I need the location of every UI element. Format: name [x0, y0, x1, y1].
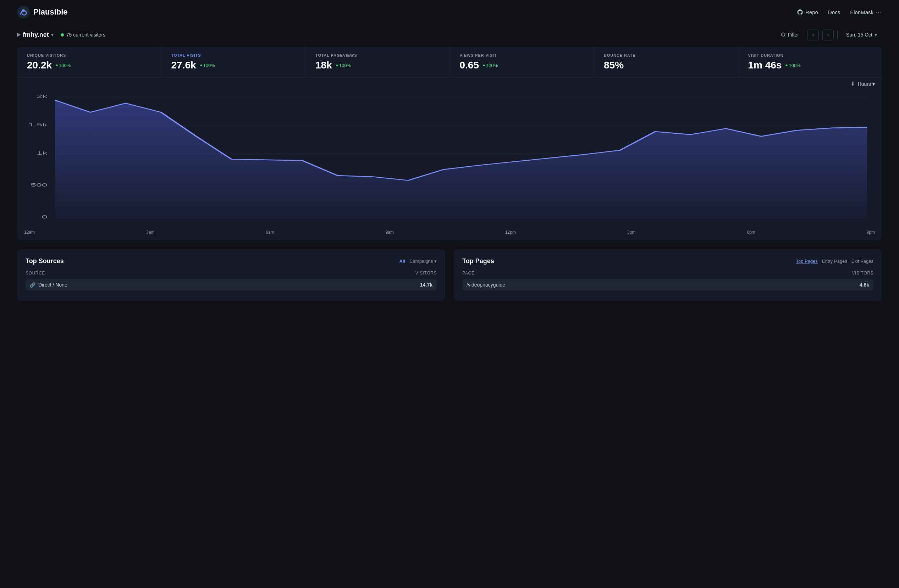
search-icon: [781, 32, 786, 37]
page-visitors: 4.8k: [860, 282, 869, 288]
next-date-button[interactable]: ›: [822, 29, 834, 40]
main-content: UNIQUE VISITORS 20.2k 100% TOTAL VISITS …: [0, 47, 899, 315]
filter-label: Filter: [788, 32, 799, 38]
row-left: /videopiracyguide: [466, 282, 505, 288]
chart-area: ⬇ Hours ▾ 2k 1.5k 1k: [17, 78, 882, 241]
bottom-row: Top Sources All Campaigns ▾ Source Visit…: [17, 249, 882, 301]
table-row[interactable]: /videopiracyguide 4.8k: [462, 279, 873, 290]
stat-value-5: 1m 46s: [748, 60, 782, 71]
stat-label-0: UNIQUE VISITORS: [27, 53, 151, 57]
top-sources-col-headers: Source Visitors: [26, 271, 437, 276]
repo-label: Repo: [805, 9, 818, 15]
docs-link[interactable]: Docs: [828, 9, 840, 15]
tab-entry-pages[interactable]: Entry Pages: [822, 259, 847, 264]
tab-top-pages[interactable]: Top Pages: [796, 259, 818, 264]
arrow-up-icon: [785, 64, 788, 66]
tab-exit-pages[interactable]: Exit Pages: [851, 259, 873, 264]
top-pages-panel: Top Pages Top Pages Entry Pages Exit Pag…: [454, 249, 882, 301]
stat-value-row-0: 20.2k 100%: [27, 60, 151, 71]
page-name: /videopiracyguide: [466, 282, 505, 288]
live-dot: [61, 33, 64, 37]
arrow-up-icon: [56, 64, 58, 66]
logo-text: Plausible: [33, 8, 68, 17]
live-visitors-text: 75 current visitors: [66, 32, 105, 38]
stat-value-row-3: 0.65 100%: [460, 60, 584, 71]
divider: [837, 31, 838, 39]
date-selector-button[interactable]: Sun, 15 Oct ▾: [841, 30, 882, 40]
svg-text:1k: 1k: [37, 150, 48, 156]
stat-item-4[interactable]: BOUNCE RATE 85%: [594, 47, 738, 77]
stat-item-1[interactable]: TOTAL VISITS 27.6k 100%: [161, 47, 306, 77]
navbar: Plausible Repo Docs ElonMask ⋯: [0, 0, 899, 24]
stat-value-3: 0.65: [460, 60, 479, 71]
plausible-logo-icon: [17, 6, 30, 19]
top-sources-title: Top Sources: [26, 258, 64, 265]
top-pages-title: Top Pages: [462, 258, 494, 265]
date-chevron-icon: ▾: [874, 32, 877, 38]
top-sources-panel: Top Sources All Campaigns ▾ Source Visit…: [17, 249, 445, 301]
x-label-12am: 12am: [24, 230, 35, 235]
x-label-12pm: 12pm: [505, 230, 516, 235]
stat-change-5: 100%: [785, 63, 800, 68]
stat-change-3: 100%: [482, 63, 498, 68]
stat-change-1: 100%: [200, 63, 215, 68]
subheader-right: Filter ‹ › Sun, 15 Oct ▾: [776, 29, 882, 40]
hours-label: Hours: [858, 81, 871, 87]
source-visitors: 14.7k: [420, 282, 433, 288]
stat-item-3[interactable]: VIEWS PER VISIT 0.65 100%: [450, 47, 594, 77]
stat-change-2: 100%: [336, 63, 351, 68]
stats-card: UNIQUE VISITORS 20.2k 100% TOTAL VISITS …: [17, 47, 882, 241]
stat-label-1: TOTAL VISITS: [171, 53, 295, 57]
stat-value-1: 27.6k: [171, 60, 196, 71]
more-icon: ⋯: [876, 8, 882, 16]
source-name: Direct / None: [38, 282, 67, 288]
top-pages-col-headers: Page Visitors: [462, 271, 873, 276]
top-sources-tabs: All Campaigns ▾: [400, 259, 437, 264]
download-icon[interactable]: ⬇: [850, 80, 855, 87]
github-icon: [797, 9, 803, 15]
chevron-down-icon: ▾: [51, 32, 54, 38]
all-tab[interactable]: All: [400, 259, 406, 264]
logo-area: Plausible: [17, 6, 68, 19]
nav-right: Repo Docs ElonMask ⋯: [797, 8, 882, 16]
arrow-up-icon: [200, 64, 202, 66]
svg-text:2k: 2k: [37, 94, 48, 99]
source-col-header: Source: [26, 271, 45, 276]
svg-point-2: [782, 33, 785, 36]
stat-value-row-2: 18k 100%: [315, 60, 440, 71]
stat-value-row-1: 27.6k 100%: [171, 60, 295, 71]
hours-selector-button[interactable]: Hours ▾: [858, 81, 875, 87]
stats-row: UNIQUE VISITORS 20.2k 100% TOTAL VISITS …: [17, 47, 882, 78]
svg-text:1.5k: 1.5k: [28, 122, 48, 127]
x-label-3pm: 3pm: [627, 230, 635, 235]
x-label-6am: 6am: [266, 230, 274, 235]
stat-value-2: 18k: [315, 60, 332, 71]
chart-x-labels: 12am 3am 6am 9am 12pm 3pm 6pm 9pm: [17, 227, 882, 235]
play-icon: [17, 32, 20, 37]
campaigns-chevron-icon: ▾: [434, 259, 437, 264]
subheader: fmhy.net ▾ 75 current visitors Filter ‹ …: [0, 24, 899, 47]
live-badge: 75 current visitors: [61, 32, 105, 38]
visitors-col-header-pages: Visitors: [852, 271, 873, 276]
arrow-up-icon: [482, 64, 485, 66]
stat-label-3: VIEWS PER VISIT: [460, 53, 584, 57]
row-left: 🔗 Direct / None: [30, 282, 67, 288]
table-row[interactable]: 🔗 Direct / None 14.7k: [26, 279, 437, 290]
svg-text:500: 500: [31, 182, 47, 188]
filter-button[interactable]: Filter: [776, 30, 804, 40]
top-sources-header: Top Sources All Campaigns ▾: [26, 258, 437, 265]
hours-chevron-icon: ▾: [873, 81, 875, 87]
page-col-header: Page: [462, 271, 475, 276]
top-pages-header: Top Pages Top Pages Entry Pages Exit Pag…: [462, 258, 873, 265]
user-menu[interactable]: ElonMask ⋯: [850, 8, 882, 16]
site-selector[interactable]: fmhy.net ▾: [17, 31, 54, 39]
stat-change-0: 100%: [56, 63, 71, 68]
campaigns-tab[interactable]: Campaigns ▾: [409, 259, 437, 264]
prev-date-button[interactable]: ‹: [808, 29, 819, 40]
visitors-col-header-sources: Visitors: [415, 271, 437, 276]
stat-item-0[interactable]: UNIQUE VISITORS 20.2k 100%: [17, 47, 161, 77]
x-label-9am: 9am: [386, 230, 394, 235]
stat-item-2[interactable]: TOTAL PAGEVIEWS 18k 100%: [306, 47, 450, 77]
stat-item-5[interactable]: VISIT DURATION 1m 46s 100%: [738, 47, 882, 77]
repo-link[interactable]: Repo: [797, 9, 818, 15]
